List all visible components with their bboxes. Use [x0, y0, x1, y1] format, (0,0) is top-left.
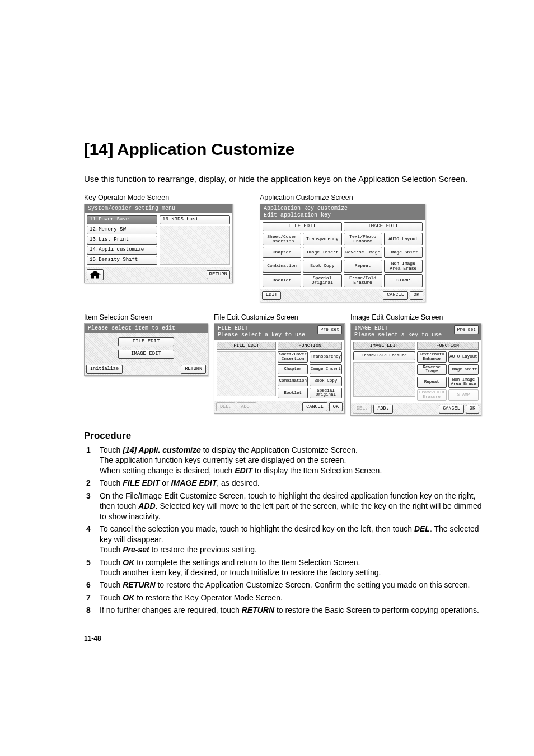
- iedit-preset-button[interactable]: Pre-set: [454, 325, 479, 334]
- appc-footer: EDIT CANCEL OK: [260, 289, 425, 302]
- menu-item-memory-sw[interactable]: 12.Memory SW: [87, 226, 157, 234]
- procedure-step: To cancel the selection you made, touch …: [84, 524, 484, 555]
- appc-key[interactable]: Combination: [263, 260, 301, 273]
- appc-key[interactable]: Chapter: [263, 247, 301, 258]
- intro-paragraph: Use this function to rearrange, display,…: [84, 173, 484, 185]
- keyop-left-col: 11.Power Save 12.Memory SW 13.List Print…: [87, 215, 157, 265]
- key-operator-footer: RETURN: [85, 267, 232, 283]
- iedit-right-column: FUNCTION Text/Photo EnhanceAUTO LayoutRe…: [417, 342, 479, 401]
- procedure-step: Touch [14] Appli. customize to display t…: [84, 445, 484, 476]
- menu-item-list-print[interactable]: 13.List Print: [87, 236, 157, 245]
- fedit-func-key[interactable]: Special Original: [310, 388, 342, 399]
- iedit-cancel-button[interactable]: CANCEL: [439, 405, 464, 414]
- home-icon: [90, 271, 101, 279]
- fedit-del-button[interactable]: DEL.: [216, 402, 235, 411]
- iedit-func-key[interactable]: Non Image Area Erase: [448, 377, 479, 388]
- fedit-add-button[interactable]: ADD.: [237, 402, 256, 411]
- isel-return[interactable]: RETURN: [181, 365, 206, 374]
- fedit-func-key[interactable]: Sheet/Cover Insertion: [278, 351, 308, 363]
- iedit-footer: DEL. ADD. CANCEL OK: [351, 403, 481, 415]
- menu-item-power-save[interactable]: 11.Power Save: [87, 215, 157, 224]
- iedit-func-key[interactable]: Image Shift: [448, 364, 479, 375]
- appc-edit-button[interactable]: EDIT: [262, 291, 281, 300]
- page-number: 11-48: [84, 635, 484, 642]
- iedit-func-key[interactable]: STAMP: [448, 389, 479, 401]
- item-selection-screen: Please select item to edit FILE EDIT IMA…: [84, 323, 208, 376]
- return-button[interactable]: RETURN: [207, 270, 230, 279]
- iedit-func-key[interactable]: Frame/Fold Erasure: [417, 389, 447, 401]
- keyop-right-col: 16.KRDS host: [160, 215, 230, 265]
- fedit-right-column: FUNCTION Sheet/Cover InsertionTransparen…: [278, 342, 342, 399]
- fedit-ok-button[interactable]: OK: [329, 402, 343, 411]
- procedure-step: Touch OK to complete the settings and re…: [84, 557, 484, 578]
- appc-title: Application key customize Edit applicati…: [260, 204, 425, 220]
- appc-key[interactable]: STAMP: [384, 274, 423, 287]
- iedit-left-empty: [353, 362, 415, 397]
- procedure-step: On the File/Image Edit Customize Screen,…: [84, 491, 484, 522]
- appc-key[interactable]: Repeat: [344, 260, 382, 273]
- isel-file-edit[interactable]: FILE EDIT: [118, 337, 174, 346]
- appc-key[interactable]: Book Copy: [303, 260, 341, 273]
- fedit-func-key[interactable]: Transparency: [310, 351, 342, 363]
- appc-image-edit-header: IMAGE EDIT: [344, 222, 423, 231]
- caption-file-edit: File Edit Customize Screen: [214, 313, 345, 321]
- appc-key[interactable]: Booklet: [263, 274, 301, 287]
- iedit-func-key[interactable]: AUTO Layout: [448, 351, 479, 363]
- fedit-func-key[interactable]: Book Copy: [310, 376, 342, 386]
- iedit-title-line2: Please select a key to use: [354, 332, 442, 338]
- iedit-func-key[interactable]: Reverse Image: [417, 364, 447, 375]
- appc-key[interactable]: Image Insert: [303, 247, 341, 258]
- iedit-left-item[interactable]: Frame/Fold Erasure: [353, 351, 415, 360]
- fedit-title-line1: FILE EDIT: [218, 325, 248, 331]
- caption-item-selection: Item Selection Screen: [84, 313, 208, 321]
- fedit-preset-button[interactable]: Pre-set: [317, 325, 342, 334]
- fedit-func-key[interactable]: Chapter: [278, 364, 308, 374]
- procedure-step: Touch FILE EDIT or IMAGE EDIT, as desire…: [84, 478, 484, 488]
- screenshot-row-1: Key Operator Mode Screen System/copier s…: [84, 194, 484, 302]
- appc-title-line1: Application key customize: [264, 205, 348, 212]
- menu-item-density-shift[interactable]: 15.Density Shift: [87, 256, 157, 265]
- isel-initialize[interactable]: Initialize: [86, 365, 123, 374]
- iedit-add-button[interactable]: ADD.: [373, 405, 392, 414]
- appc-key[interactable]: Image Shift: [384, 247, 423, 258]
- home-button[interactable]: [87, 269, 104, 280]
- item-selection-group: Item Selection Screen Please select item…: [84, 313, 208, 416]
- iedit-func-key[interactable]: Repeat: [417, 377, 447, 388]
- appc-key[interactable]: Special Original: [303, 274, 341, 287]
- iedit-title-line1: IMAGE EDIT: [354, 325, 388, 331]
- isel-image-edit[interactable]: IMAGE EDIT: [118, 350, 174, 359]
- iedit-del-button[interactable]: DEL.: [353, 405, 372, 414]
- screenshot-row-2: Item Selection Screen Please select item…: [84, 313, 484, 416]
- fedit-cancel-button[interactable]: CANCEL: [302, 402, 327, 411]
- appc-key[interactable]: Reverse Image: [344, 247, 382, 258]
- appc-key[interactable]: Transparency: [303, 233, 341, 246]
- appc-file-edit-header: FILE EDIT: [263, 222, 342, 231]
- menu-item-appli-customize[interactable]: 14.Appli customize: [87, 246, 157, 255]
- iedit-left-header: IMAGE EDIT: [353, 342, 415, 350]
- procedure-steps: Touch [14] Appli. customize to display t…: [84, 445, 484, 616]
- appc-key[interactable]: Sheet/Cover Insertion: [263, 233, 301, 246]
- fedit-func-key[interactable]: Booklet: [278, 388, 308, 399]
- procedure-heading: Procedure: [84, 430, 484, 442]
- procedure-step: If no further changes are required, touc…: [84, 605, 484, 615]
- app-customize-screen: Application key customize Edit applicati…: [260, 204, 425, 302]
- appc-key[interactable]: AUTO Layout: [384, 233, 423, 246]
- procedure-step: Touch OK to restore the Key Operator Mod…: [84, 593, 484, 603]
- appc-title-line2: Edit application key: [264, 212, 331, 218]
- fedit-func-key[interactable]: Combination: [278, 376, 308, 386]
- appc-key[interactable]: Non Image Area Erase: [384, 260, 423, 273]
- file-edit-screen: FILE EDIT Please select a key to use Pre…: [214, 323, 345, 414]
- iedit-ok-button[interactable]: OK: [466, 405, 479, 414]
- fedit-left-header: FILE EDIT: [217, 342, 276, 350]
- appc-cancel-button[interactable]: CANCEL: [383, 291, 408, 300]
- caption-image-edit: Image Edit Customize Screen: [350, 313, 481, 321]
- fedit-func-key[interactable]: Image Insert: [310, 364, 342, 374]
- app-customize-group: Application Customize Screen Application…: [260, 194, 425, 302]
- document-page: [14] Application Customize Use this func…: [0, 0, 534, 687]
- appc-key[interactable]: Text/Photo Enhance: [344, 233, 382, 246]
- menu-item-krds-host[interactable]: 16.KRDS host: [160, 215, 230, 224]
- appc-key[interactable]: Frame/Fold Erasure: [344, 274, 382, 287]
- iedit-func-key[interactable]: Text/Photo Enhance: [417, 351, 447, 363]
- page-title: [14] Application Customize: [84, 140, 484, 159]
- appc-ok-button[interactable]: OK: [410, 291, 423, 300]
